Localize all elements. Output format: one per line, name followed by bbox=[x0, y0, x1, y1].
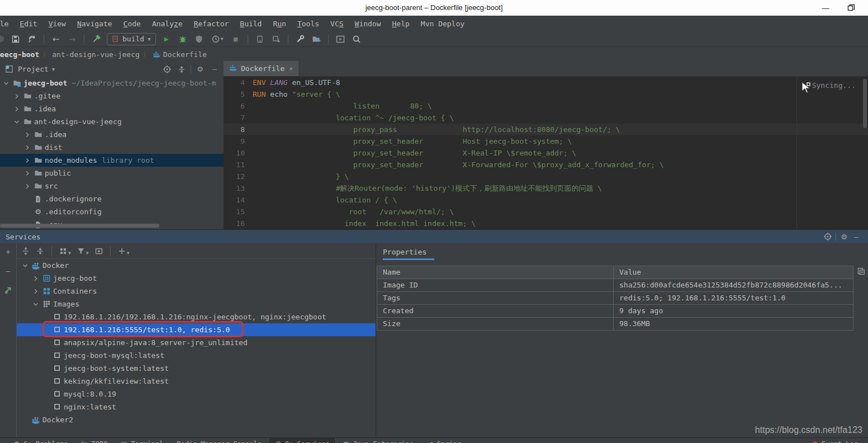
run-configuration-select[interactable]: build▼ bbox=[107, 33, 156, 45]
project-panel-title[interactable]: Project ▼ bbox=[3, 65, 55, 73]
chevron-down-icon[interactable] bbox=[13, 118, 21, 126]
folder-blue-button[interactable] bbox=[311, 34, 322, 45]
profiler-button[interactable]: ▼ bbox=[210, 34, 225, 45]
column-header-value[interactable]: Value bbox=[614, 266, 853, 279]
menu-refactor[interactable]: Refactor bbox=[188, 17, 235, 30]
save-button[interactable] bbox=[10, 34, 21, 45]
debug-button[interactable] bbox=[177, 34, 188, 45]
services-item-192.168.1.216-192.168.1.216-nginx-jeecgb[interactable]: 192.168.1.216/192.168.1.216:nginx-jeecgb… bbox=[17, 310, 376, 323]
toolwindow-button-terminal[interactable]: Terminal bbox=[115, 438, 169, 443]
menu-vcs[interactable]: VCS bbox=[325, 17, 349, 30]
locate-icon[interactable] bbox=[162, 64, 173, 75]
project-item-jeecg-boot[interactable]: jeecg-boot~/IdeaProjects/jeecg-jeecg-boo… bbox=[0, 77, 224, 89]
run-anything-button[interactable] bbox=[335, 34, 346, 45]
minimize-button[interactable]: — bbox=[821, 3, 830, 12]
services-item-192.168.1.216-5555-test-1.0-redis-5.0[interactable]: 192.168.1.216:5555/test:1.0, redis:5.0 bbox=[17, 323, 376, 336]
frame-add-button[interactable] bbox=[94, 247, 103, 256]
services-item-nginx-latest[interactable]: nginx:latest bbox=[17, 400, 376, 413]
toolwindow-button-8-services[interactable]: 8: Services bbox=[269, 438, 335, 443]
gear-icon[interactable]: ⚙ bbox=[195, 64, 206, 75]
play-button[interactable]: ▶ bbox=[161, 34, 172, 45]
chevron-right-icon[interactable] bbox=[23, 169, 31, 177]
services-item-docker[interactable]: Docker bbox=[17, 259, 376, 272]
coverage-button[interactable] bbox=[193, 34, 205, 45]
chevron-down-icon[interactable] bbox=[2, 79, 10, 87]
tab-dockerfile[interactable]: Dockerfile ✕ bbox=[224, 61, 298, 76]
chevron-right-icon[interactable] bbox=[23, 157, 31, 164]
hide-panel-icon[interactable]: — bbox=[209, 64, 220, 75]
services-item-containers[interactable]: Containers bbox=[17, 285, 376, 298]
hide-panel-icon[interactable]: — bbox=[850, 231, 862, 242]
gear-icon[interactable]: ⚙ bbox=[838, 231, 850, 242]
services-item-docker2[interactable]: Docker2 bbox=[17, 413, 376, 426]
copy-icon[interactable] bbox=[857, 267, 866, 277]
code-line-7[interactable]: 7 location ^~ /jeecg-boot { \ bbox=[224, 112, 868, 124]
property-row-tags[interactable]: Tagsredis:5.0; 192.168.1.216:5555/test:1… bbox=[377, 291, 853, 304]
chevron-right-icon[interactable] bbox=[13, 105, 21, 113]
menu-analyze[interactable]: Analyze bbox=[146, 17, 188, 30]
services-item-jeecg-boot[interactable]: jeecg-boot bbox=[17, 272, 376, 285]
chevron-right-icon[interactable] bbox=[23, 131, 31, 139]
project-item-ant-design-vue-jeecg[interactable]: ant-design-vue-jeecg bbox=[0, 115, 224, 128]
code-line-14[interactable]: 14 location / { \ bbox=[224, 194, 868, 206]
column-header-name[interactable]: Name bbox=[377, 266, 614, 279]
project-item-public[interactable]: public bbox=[0, 167, 224, 180]
services-item-anapsix-alpine-java-8-server-jre-unlimit[interactable]: anapsix/alpine-java:8_server-jre_unlimit… bbox=[17, 336, 376, 349]
toolwindow-button-event-log[interactable]: Event Log bbox=[806, 438, 864, 443]
collapse-all-button[interactable] bbox=[36, 247, 45, 256]
code-line-15[interactable]: 15 root /var/www/html/; \ bbox=[224, 206, 868, 218]
cube-down-button[interactable] bbox=[271, 34, 282, 45]
project-item-src[interactable]: src bbox=[0, 180, 224, 192]
services-item-mysql-8.0.19[interactable]: mysql:8.0.19 bbox=[17, 388, 376, 400]
project-item-.editorconfig[interactable]: ⚙.editorconfig bbox=[0, 205, 224, 218]
property-row-image-id[interactable]: Image IDsha256:d00afcde654e3125384d52fb8… bbox=[377, 279, 853, 291]
locate-icon[interactable] bbox=[822, 231, 834, 242]
project-item-.idea[interactable]: .idea bbox=[0, 128, 224, 141]
editor-scrollbar[interactable] bbox=[863, 79, 867, 128]
back-button[interactable]: ← bbox=[50, 34, 61, 45]
toolwindow-button-spring[interactable]: Spring bbox=[421, 438, 467, 443]
chevron-down-icon[interactable] bbox=[21, 262, 29, 270]
menu-tools[interactable]: Tools bbox=[292, 17, 325, 30]
project-item-node-modules[interactable]: node_moduleslibrary root bbox=[0, 154, 224, 167]
code-line-12[interactable]: 12 } \ bbox=[224, 171, 868, 182]
wrench-button[interactable] bbox=[295, 34, 306, 45]
menu-run[interactable]: Run bbox=[267, 17, 291, 30]
project-item-dist[interactable]: dist bbox=[0, 141, 224, 154]
property-row-size[interactable]: Size98.36MB bbox=[377, 317, 853, 330]
chevron-right-icon[interactable] bbox=[23, 182, 31, 190]
code-line-13[interactable]: 13 #解决Router(mode: 'history')模式下，刷新路由地址不… bbox=[224, 182, 868, 194]
services-item-jeecg-boot-mysql-latest[interactable]: jeecg-boot-mysql:latest bbox=[17, 349, 376, 362]
code-line-6[interactable]: 6 listen 80; \ bbox=[224, 100, 868, 112]
toolwindow-button-todo[interactable]: TODO bbox=[75, 438, 113, 443]
services-item-keking-kkfileview-latest[interactable]: keking/kkfileview:latest bbox=[17, 375, 376, 388]
menu-mvn-deploy[interactable]: Mvn Deploy bbox=[415, 17, 470, 30]
breadcrumb-jeecg-boot[interactable]: jeecg-boot bbox=[0, 50, 39, 59]
search-button[interactable] bbox=[351, 34, 362, 45]
add-service-button[interactable]: + bbox=[3, 247, 13, 257]
menu-view[interactable]: View bbox=[43, 17, 72, 30]
close-icon[interactable]: ✕ bbox=[289, 65, 293, 72]
breadcrumb-ant-design-vue-jeecg[interactable]: ant-design-vue-jeecg bbox=[52, 50, 140, 59]
sync-button[interactable] bbox=[26, 34, 37, 45]
attach-button[interactable] bbox=[254, 34, 265, 45]
code-line-16[interactable]: 16 index index.html index.htm; \ bbox=[224, 218, 868, 229]
hide-icon[interactable]: — bbox=[3, 266, 13, 276]
group-by-button[interactable]: ▼ bbox=[59, 247, 71, 256]
stop-button[interactable]: ■ bbox=[230, 34, 241, 45]
code-line-9[interactable]: 9 proxy_set_header Host jeecg-boot-syste… bbox=[224, 135, 868, 147]
expand-all-button[interactable] bbox=[21, 247, 30, 256]
plus-button[interactable]: ▼ bbox=[117, 247, 130, 256]
menu-navigate[interactable]: Navigate bbox=[72, 17, 118, 30]
code-line-8[interactable]: 8 proxy_pass http://localhost:8080/jeecg… bbox=[224, 124, 868, 135]
code-line-11[interactable]: 11 proxy_set_header X-Forwarded-For \$pr… bbox=[224, 159, 868, 171]
project-item-.dockerignore[interactable]: .dockerignore bbox=[0, 192, 224, 205]
chevron-right-icon[interactable] bbox=[32, 288, 40, 295]
filter-button[interactable]: ▼ bbox=[77, 247, 89, 256]
restore-button[interactable] bbox=[847, 3, 856, 12]
menu-help[interactable]: Help bbox=[387, 17, 415, 30]
breadcrumb-Dockerfile[interactable]: Dockerfile bbox=[153, 50, 207, 59]
tab-properties[interactable]: Properties bbox=[383, 243, 434, 260]
project-item-.idea[interactable]: .idea bbox=[0, 102, 224, 115]
menu-window[interactable]: Window bbox=[349, 17, 387, 30]
